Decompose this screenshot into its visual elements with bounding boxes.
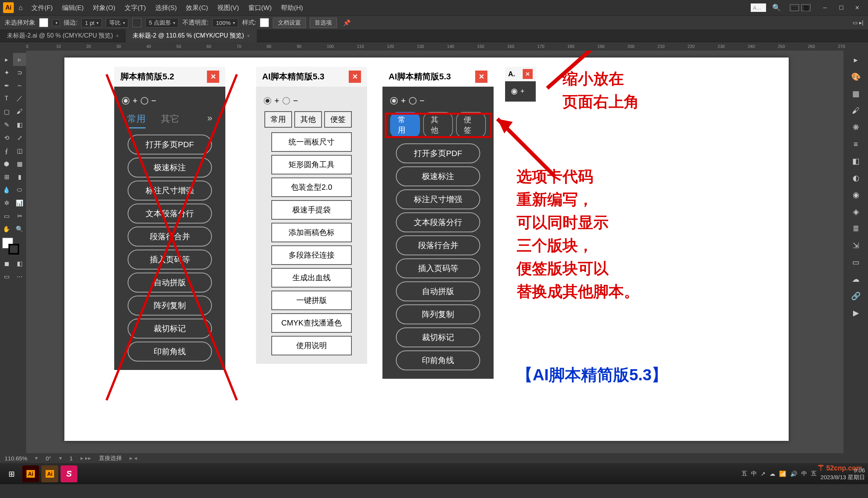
- symbol-sprayer-tool[interactable]: ✲: [0, 196, 13, 209]
- artboard-nav[interactable]: 1: [70, 455, 73, 462]
- title-search-box[interactable]: A…: [751, 3, 766, 12]
- style-swatch[interactable]: [260, 18, 269, 27]
- menu-edit[interactable]: 编辑(E): [58, 2, 88, 14]
- btn[interactable]: 多段路径连接: [271, 245, 352, 265]
- doc-setup-button[interactable]: 文档设置: [273, 18, 306, 28]
- brush-dropdown[interactable]: 5 点圆形: [145, 18, 179, 28]
- direct-selection-tool[interactable]: ▹: [13, 53, 26, 66]
- links-icon[interactable]: 🔗: [850, 290, 862, 302]
- arrange-icon[interactable]: ▥: [801, 4, 811, 11]
- properties-icon[interactable]: ▸: [850, 54, 862, 66]
- canvas[interactable]: 脚本精简版5.2 ✕ + − 常用 其它 » 打开多页PDF 极速标注 标注: [26, 51, 843, 453]
- fill-dropdown[interactable]: [52, 20, 60, 26]
- close-icon[interactable]: ✕: [475, 71, 487, 83]
- gradient-tool[interactable]: ▮: [13, 170, 26, 183]
- stroke-width[interactable]: 1 pt: [81, 18, 102, 27]
- btn[interactable]: 裁切标记: [128, 319, 212, 339]
- btn[interactable]: CMYK查找潘通色: [271, 313, 352, 333]
- prefs-button[interactable]: 首选项: [310, 18, 337, 28]
- gradient-mode[interactable]: ◧: [13, 257, 26, 270]
- home-icon[interactable]: ⌂: [15, 2, 26, 13]
- taskbar-app-ai[interactable]: Ai: [22, 465, 39, 482]
- libraries-icon[interactable]: ☁: [850, 273, 862, 285]
- search-icon[interactable]: 🔍: [772, 3, 781, 12]
- btn[interactable]: 插入页码等: [396, 258, 480, 278]
- stroke-icon[interactable]: ≡: [850, 138, 862, 150]
- rotate-tool[interactable]: ⟲: [0, 131, 13, 144]
- shaper-tool[interactable]: ✎: [0, 118, 13, 131]
- zoom-level[interactable]: 110.65%: [5, 455, 27, 462]
- hand-tool[interactable]: ✋: [0, 222, 13, 235]
- free-transform-tool[interactable]: ◫: [13, 144, 26, 157]
- graph-tool[interactable]: 📊: [13, 196, 26, 209]
- color-mode[interactable]: ◼: [0, 257, 13, 270]
- perspective-tool[interactable]: ▦: [13, 157, 26, 170]
- swatches-icon[interactable]: ▦: [850, 87, 862, 100]
- btn[interactable]: 极速标注: [128, 158, 212, 178]
- radio-off[interactable]: [409, 97, 417, 105]
- color-icon[interactable]: 🎨: [850, 71, 862, 83]
- lasso-tool[interactable]: ⊃: [13, 66, 26, 79]
- appearance-icon[interactable]: ◉: [850, 189, 862, 201]
- chevron-right-icon[interactable]: »: [207, 113, 212, 128]
- btn[interactable]: 裁切标记: [396, 327, 480, 347]
- symbols-icon[interactable]: ❋: [850, 121, 862, 133]
- panel-toggle-icon[interactable]: ▭ ▸|: [853, 20, 863, 26]
- btn[interactable]: 文本段落分行: [128, 204, 212, 224]
- btn[interactable]: 一键拼版: [271, 291, 352, 310]
- tray-icon[interactable]: 五: [742, 470, 747, 477]
- tab-other[interactable]: 其它: [161, 113, 179, 128]
- layers-icon[interactable]: ≣: [850, 222, 862, 235]
- slice-tool[interactable]: ✂: [13, 209, 26, 222]
- tray-icon[interactable]: ☁: [770, 470, 775, 477]
- tab-common[interactable]: 常用: [264, 111, 292, 128]
- btn[interactable]: 矩形圆角工具: [271, 155, 352, 174]
- radio-off[interactable]: [141, 97, 148, 105]
- tray-icon[interactable]: 🔊: [790, 470, 797, 477]
- start-button[interactable]: ⊞: [3, 465, 20, 482]
- screen-mode[interactable]: ▭: [0, 270, 13, 283]
- type-tool[interactable]: T: [0, 92, 13, 105]
- close-icon[interactable]: ×: [116, 33, 119, 39]
- pen-tool[interactable]: ✒: [0, 79, 13, 92]
- taskbar-app-ai-2[interactable]: Ai: [41, 465, 58, 482]
- pin-icon[interactable]: 📌: [343, 19, 351, 26]
- btn[interactable]: 插入页码等: [128, 250, 212, 270]
- selection-tool[interactable]: ▸: [0, 53, 13, 66]
- btn[interactable]: 使用说明: [271, 336, 352, 355]
- maximize-button[interactable]: ☐: [834, 2, 849, 13]
- close-icon[interactable]: ✕: [523, 69, 533, 79]
- width-tool[interactable]: ⨐: [0, 144, 13, 157]
- menu-view[interactable]: 视图(V): [213, 2, 243, 14]
- btn[interactable]: 标注尺寸增强: [128, 181, 212, 201]
- menu-window[interactable]: 窗口(W): [244, 2, 276, 14]
- scale-tool[interactable]: ⤢: [13, 131, 26, 144]
- btn[interactable]: 标注尺寸增强: [396, 189, 480, 209]
- btn[interactable]: 文本段落分行: [396, 212, 480, 232]
- btn[interactable]: 自动拼版: [128, 273, 212, 293]
- close-button[interactable]: ✕: [850, 2, 865, 13]
- menu-help[interactable]: 帮助(H): [277, 2, 307, 14]
- btn[interactable]: 包装盒型2.0: [271, 178, 352, 197]
- doc-tab-1[interactable]: 未标题-2.ai @ 50 % (CMYK/CPU 预览)×: [0, 30, 126, 42]
- btn[interactable]: 段落行合并: [128, 227, 212, 247]
- close-icon[interactable]: ×: [247, 33, 250, 39]
- eyedropper-tool[interactable]: 💧: [0, 183, 13, 196]
- btn[interactable]: 印前角线: [128, 342, 212, 362]
- menu-select[interactable]: 选择(S): [151, 2, 181, 14]
- btn[interactable]: 阵列复制: [128, 296, 212, 316]
- menu-type[interactable]: 文字(T): [121, 2, 150, 14]
- uniform-dropdown[interactable]: 等比: [106, 18, 128, 28]
- workspace-icon[interactable]: ▭: [790, 4, 799, 11]
- menu-object[interactable]: 对象(O): [89, 2, 119, 14]
- radio-on[interactable]: [264, 97, 271, 105]
- radio-off[interactable]: [282, 97, 290, 105]
- rotation[interactable]: 0°: [46, 455, 51, 462]
- tray-ime-icon[interactable]: 五: [811, 470, 817, 477]
- tray-icon[interactable]: ↗: [761, 470, 766, 477]
- gradient-icon[interactable]: ◧: [850, 155, 862, 167]
- tray-icon[interactable]: 中: [751, 470, 757, 477]
- paintbrush-tool[interactable]: 🖌: [13, 105, 26, 118]
- close-icon[interactable]: ✕: [207, 71, 219, 83]
- opacity-value[interactable]: 100%: [212, 18, 238, 27]
